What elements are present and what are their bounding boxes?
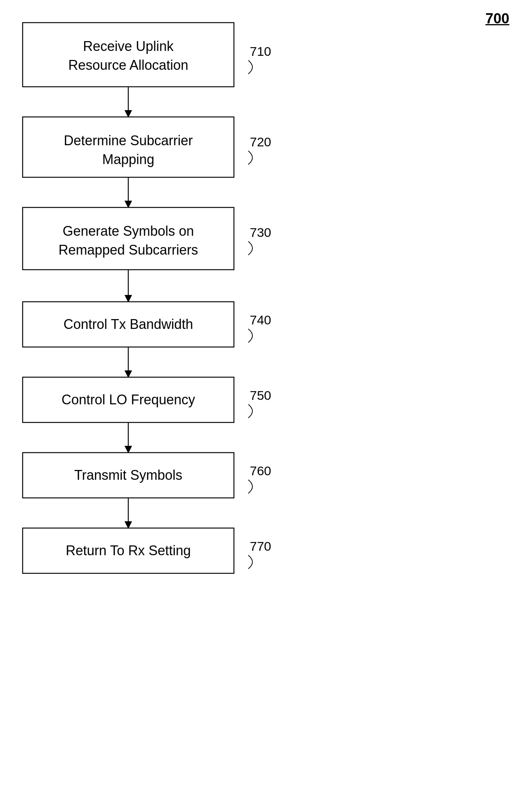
svg-text:770: 770 <box>250 539 271 553</box>
svg-rect-0 <box>23 23 234 87</box>
diagram-container: 700 Receive Uplink Resource Allocation 7… <box>0 0 532 797</box>
svg-text:Control Tx Bandwidth: Control Tx Bandwidth <box>63 316 193 332</box>
svg-text:750: 750 <box>250 388 271 402</box>
svg-text:Remapped Subcarriers: Remapped Subcarriers <box>58 242 198 258</box>
svg-text:720: 720 <box>250 135 271 149</box>
svg-text:Control LO Frequency: Control LO Frequency <box>62 392 195 407</box>
svg-text:Resource Allocation: Resource Allocation <box>68 57 188 73</box>
svg-text:730: 730 <box>250 225 271 240</box>
svg-text:Determine Subcarrier: Determine Subcarrier <box>64 133 193 148</box>
svg-text:Receive Uplink: Receive Uplink <box>83 38 174 54</box>
svg-text:740: 740 <box>250 313 271 327</box>
svg-text:Mapping: Mapping <box>102 152 154 167</box>
svg-text:Return To Rx Setting: Return To Rx Setting <box>66 543 191 558</box>
svg-text:760: 760 <box>250 464 271 478</box>
svg-text:Transmit Symbols: Transmit Symbols <box>74 467 183 483</box>
svg-text:Generate Symbols on: Generate Symbols on <box>63 223 194 239</box>
svg-text:710: 710 <box>250 44 271 58</box>
